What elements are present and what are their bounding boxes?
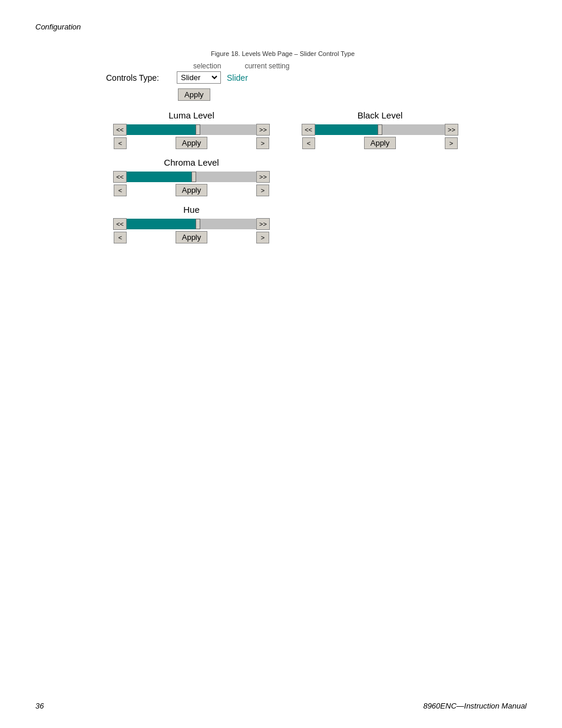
figure-caption: Figure 18. Levels Web Page – Slider Cont… bbox=[106, 50, 459, 57]
controls-apply-row: Apply bbox=[178, 88, 459, 101]
manual-title: 8960ENC—Instruction Manual bbox=[423, 701, 527, 710]
controls-apply-button[interactable]: Apply bbox=[178, 88, 210, 101]
black-apply-btn[interactable]: Apply bbox=[364, 137, 396, 149]
luma-level-group: Luma Level << >> < Apply > bbox=[106, 110, 277, 157]
luma-apply-btn[interactable]: Apply bbox=[176, 137, 208, 149]
chroma-right-btn[interactable]: > bbox=[256, 185, 269, 196]
controls-type-row: Controls Type: Slider Numeric Slider bbox=[106, 71, 459, 84]
black-level-title: Black Level bbox=[358, 110, 403, 120]
black-left-btn[interactable]: < bbox=[302, 137, 315, 149]
sliders-container: Luma Level << >> < Apply > bbox=[106, 110, 459, 252]
hue-right-btn[interactable]: > bbox=[256, 232, 269, 243]
hue-slider-track[interactable] bbox=[127, 219, 256, 229]
main-content: Figure 18. Levels Web Page – Slider Cont… bbox=[106, 50, 459, 252]
black-apply-row: < Apply > bbox=[302, 137, 458, 149]
hue-slider-thumb[interactable] bbox=[196, 219, 200, 229]
black-slider-fill bbox=[315, 124, 380, 135]
luma-apply-row: < Apply > bbox=[114, 137, 269, 149]
black-level-group: Black Level << >> < Apply > bbox=[300, 110, 459, 157]
chroma-slider-track[interactable] bbox=[127, 172, 256, 182]
black-double-left-btn[interactable]: << bbox=[302, 124, 315, 136]
black-slider-top-row: << >> bbox=[302, 124, 458, 136]
hue-apply-row: < Apply > bbox=[114, 231, 269, 243]
section-header: Configuration bbox=[35, 22, 81, 31]
black-double-right-btn[interactable]: >> bbox=[445, 124, 458, 136]
page-number: 36 bbox=[35, 701, 44, 710]
luma-slider-track[interactable] bbox=[127, 124, 256, 135]
chroma-apply-row: < Apply > bbox=[114, 184, 269, 196]
hue-double-left-btn[interactable]: << bbox=[113, 218, 127, 230]
hue-double-right-btn[interactable]: >> bbox=[256, 218, 270, 230]
luma-right-btn[interactable]: > bbox=[256, 137, 269, 149]
header-labels-row: selection current setting bbox=[106, 62, 459, 70]
chroma-level-group: Chroma Level << >> < Apply > bbox=[106, 157, 277, 205]
luma-left-btn[interactable]: < bbox=[114, 137, 127, 149]
chroma-left-btn[interactable]: < bbox=[114, 185, 127, 196]
chroma-level-title: Chroma Level bbox=[164, 157, 219, 167]
black-right-btn[interactable]: > bbox=[445, 137, 458, 149]
left-sliders-column: Luma Level << >> < Apply > bbox=[106, 110, 277, 252]
chroma-slider-thumb[interactable] bbox=[191, 172, 196, 182]
black-slider-thumb[interactable] bbox=[378, 124, 382, 135]
chroma-double-left-btn[interactable]: << bbox=[113, 171, 127, 183]
selection-label: selection bbox=[193, 62, 221, 70]
chroma-slider-top-row: << >> bbox=[113, 171, 270, 183]
luma-level-title: Luma Level bbox=[168, 110, 214, 120]
controls-type-label: Controls Type: bbox=[106, 73, 171, 83]
hue-title: Hue bbox=[183, 205, 200, 215]
luma-double-right-btn[interactable]: >> bbox=[256, 124, 270, 136]
hue-apply-btn[interactable]: Apply bbox=[176, 231, 208, 243]
luma-slider-top-row: << >> bbox=[113, 124, 270, 136]
black-slider-track[interactable] bbox=[315, 124, 445, 135]
luma-slider-thumb[interactable] bbox=[196, 124, 200, 135]
hue-slider-fill bbox=[127, 219, 198, 229]
hue-slider-top-row: << >> bbox=[113, 218, 270, 230]
chroma-double-right-btn[interactable]: >> bbox=[256, 171, 270, 183]
right-sliders-column: Black Level << >> < Apply > bbox=[300, 110, 459, 157]
current-setting-label: current setting bbox=[244, 62, 289, 70]
controls-type-select[interactable]: Slider Numeric bbox=[178, 73, 219, 83]
hue-group: Hue << >> < Apply > bbox=[106, 205, 277, 252]
luma-slider-fill bbox=[127, 124, 198, 135]
chroma-apply-btn[interactable]: Apply bbox=[176, 184, 208, 196]
luma-double-left-btn[interactable]: << bbox=[113, 124, 127, 136]
current-setting-value: Slider bbox=[227, 73, 248, 83]
controls-type-dropdown[interactable]: Slider Numeric bbox=[177, 71, 221, 84]
chroma-slider-fill bbox=[127, 172, 194, 182]
hue-left-btn[interactable]: < bbox=[114, 232, 127, 243]
